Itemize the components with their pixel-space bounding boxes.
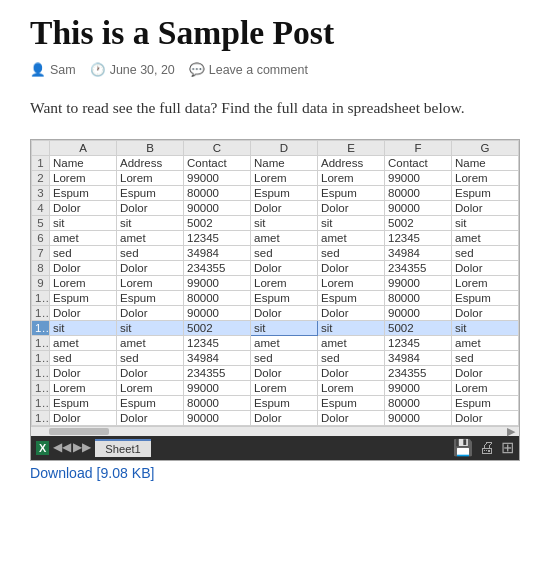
col-header-f: F	[385, 140, 452, 155]
table-scroll-area[interactable]: A B C D E F G 1NameAddressContactNameAdd…	[31, 140, 519, 426]
table-cell: 90000	[385, 200, 452, 215]
table-cell: 234355	[184, 260, 251, 275]
table-cell: Espum	[117, 395, 184, 410]
spreadsheet-embed: A B C D E F G 1NameAddressContactNameAdd…	[30, 139, 520, 461]
table-cell: Espum	[251, 395, 318, 410]
nav-prev-arrow[interactable]: ◀◀	[53, 440, 71, 455]
table-cell: Dolor	[452, 260, 519, 275]
table-cell: Dolor	[452, 365, 519, 380]
table-cell: sit	[452, 320, 519, 335]
comment-meta: 💬 Leave a comment	[189, 62, 308, 77]
table-cell: Dolor	[318, 365, 385, 380]
row-number: 11	[32, 305, 50, 320]
table-cell: Espum	[452, 290, 519, 305]
table-cell: 34984	[184, 350, 251, 365]
table-row: 13ametamet12345ametamet12345amet	[32, 335, 519, 350]
row-number: 7	[32, 245, 50, 260]
row-number: 5	[32, 215, 50, 230]
col-header-e: E	[318, 140, 385, 155]
hscroll-thumb	[49, 428, 109, 435]
table-cell: 5002	[184, 320, 251, 335]
table-cell: 12345	[184, 230, 251, 245]
table-row: 17EspumEspum80000EspumEspum80000Espum	[32, 395, 519, 410]
col-header-d: D	[251, 140, 318, 155]
table-cell: sed	[50, 350, 117, 365]
table-row: 5sitsit5002sitsit5002sit	[32, 215, 519, 230]
table-cell: sit	[50, 215, 117, 230]
table-row: 16LoremLorem99000LoremLorem99000Lorem	[32, 380, 519, 395]
table-cell: amet	[251, 230, 318, 245]
row-number: 16	[32, 380, 50, 395]
row-number: 1	[32, 155, 50, 170]
table-cell: 90000	[385, 410, 452, 425]
nav-next-arrow[interactable]: ▶▶	[73, 440, 91, 455]
table-cell: Dolor	[452, 410, 519, 425]
table-cell: 99000	[184, 380, 251, 395]
author-name: Sam	[50, 63, 76, 77]
table-row: 3EspumEspum80000EspumEspum80000Espum	[32, 185, 519, 200]
table-cell: Contact	[184, 155, 251, 170]
table-cell: amet	[318, 335, 385, 350]
footer-icon-2: 🖨	[479, 439, 495, 457]
table-cell: amet	[117, 335, 184, 350]
table-row: 15DolorDolor234355DolorDolor234355Dolor	[32, 365, 519, 380]
col-header-b: B	[117, 140, 184, 155]
download-link[interactable]: Download [9.08 KB]	[30, 465, 154, 481]
comment-link[interactable]: Leave a comment	[209, 63, 308, 77]
table-cell: Dolor	[251, 200, 318, 215]
table-cell: sed	[452, 350, 519, 365]
corner-cell	[32, 140, 50, 155]
table-cell: Dolor	[117, 260, 184, 275]
row-number: 4	[32, 200, 50, 215]
table-cell: 80000	[184, 395, 251, 410]
table-cell: 90000	[184, 200, 251, 215]
row-number: 9	[32, 275, 50, 290]
table-cell: 80000	[184, 290, 251, 305]
row-number: 13	[32, 335, 50, 350]
excel-icon: X	[36, 441, 49, 455]
table-cell: Lorem	[452, 170, 519, 185]
table-cell: Dolor	[117, 305, 184, 320]
table-row: 2LoremLorem99000LoremLorem99000Lorem	[32, 170, 519, 185]
horizontal-scrollbar[interactable]: ▶	[31, 426, 519, 436]
table-cell: sit	[117, 320, 184, 335]
table-cell: sed	[117, 245, 184, 260]
table-cell: sed	[452, 245, 519, 260]
table-cell: Espum	[318, 395, 385, 410]
sheet-nav: ◀◀ ▶▶	[53, 440, 91, 455]
table-cell: Espum	[50, 185, 117, 200]
table-cell: Espum	[251, 290, 318, 305]
table-cell: amet	[251, 335, 318, 350]
table-cell: Lorem	[318, 380, 385, 395]
table-cell: sit	[50, 320, 117, 335]
table-cell: Dolor	[452, 305, 519, 320]
row-number: 3	[32, 185, 50, 200]
table-row: 7sedsed34984sedsed34984sed	[32, 245, 519, 260]
table-cell: Espum	[318, 290, 385, 305]
table-cell: Lorem	[251, 275, 318, 290]
table-cell: sit	[251, 215, 318, 230]
row-number: 8	[32, 260, 50, 275]
footer-icon-1: 💾	[453, 438, 473, 457]
table-cell: sed	[318, 350, 385, 365]
post-date: June 30, 20	[110, 63, 175, 77]
table-cell: 12345	[385, 230, 452, 245]
table-row: 12sitsit5002sitsit5002sit	[32, 320, 519, 335]
table-cell: Dolor	[251, 365, 318, 380]
table-cell: Name	[251, 155, 318, 170]
column-header-row: A B C D E F G	[32, 140, 519, 155]
col-header-g: G	[452, 140, 519, 155]
sheet-tab[interactable]: Sheet1	[95, 439, 150, 457]
table-row: 14sedsed34984sedsed34984sed	[32, 350, 519, 365]
table-cell: Dolor	[318, 410, 385, 425]
table-row: 8DolorDolor234355DolorDolor234355Dolor	[32, 260, 519, 275]
table-cell: Dolor	[251, 410, 318, 425]
table-cell: sit	[318, 320, 385, 335]
table-row: 6ametamet12345ametamet12345amet	[32, 230, 519, 245]
row-number: 2	[32, 170, 50, 185]
table-cell: 5002	[385, 215, 452, 230]
table-row: 4DolorDolor90000DolorDolor90000Dolor	[32, 200, 519, 215]
table-cell: Lorem	[117, 380, 184, 395]
row-number: 17	[32, 395, 50, 410]
table-cell: 234355	[184, 365, 251, 380]
